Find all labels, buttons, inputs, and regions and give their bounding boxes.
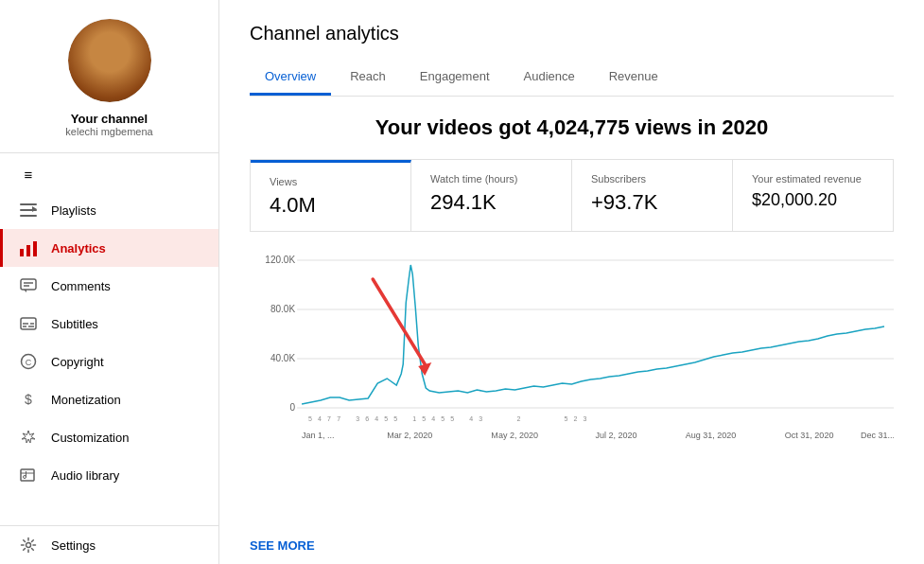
svg-text:Oct 31, 2020: Oct 31, 2020 [785,431,834,440]
svg-text:2: 2 [574,415,578,422]
svg-text:4: 4 [469,415,473,422]
svg-text:Aug 31, 2020: Aug 31, 2020 [686,431,737,440]
sidebar-item-analytics[interactable]: Analytics [0,229,218,267]
svg-text:Mar 2, 2020: Mar 2, 2020 [387,431,432,440]
svg-text:0: 0 [290,402,296,413]
svg-text:5: 5 [384,415,388,422]
sidebar-bottom: Settings [0,525,218,564]
svg-text:5: 5 [393,415,397,422]
copyright-icon: C [19,352,38,371]
sidebar-item-subtitles[interactable]: Subtitles [0,305,218,343]
svg-text:3: 3 [584,415,587,422]
svg-rect-6 [33,241,37,256]
metric-views[interactable]: Views 4.0M [251,160,411,231]
svg-text:40.0K: 40.0K [270,353,295,363]
svg-text:Jan 1, ...: Jan 1, ... [302,431,335,440]
settings-label: Settings [51,538,96,553]
tab-overview[interactable]: Overview [250,60,331,96]
tabs-bar: Overview Reach Engagement Audience Reven… [250,60,894,97]
customization-label: Customization [51,431,129,445]
svg-text:4: 4 [318,415,322,422]
metric-watch-time[interactable]: Watch time (hours) 294.1K [411,160,572,231]
sidebar-item-playlists[interactable]: Playlists [0,191,218,229]
sidebar: Your channel kelechi mgbemena ≡ Playlist… [0,0,219,564]
channel-name: Your channel [71,112,148,126]
svg-marker-3 [32,206,37,212]
metric-watch-time-label: Watch time (hours) [430,173,552,185]
filter-icon: ≡ [19,165,38,184]
monetization-icon: $ [19,390,38,409]
subtitles-icon [19,314,38,333]
chart-svg: 120.0K 80.0K 40.0K 0 5477 36455 15455 43… [250,251,894,459]
sidebar-item-filter[interactable]: ≡ [0,157,218,191]
chart-area: 120.0K 80.0K 40.0K 0 5477 36455 15455 43… [250,251,894,535]
sidebar-item-settings[interactable]: Settings [0,526,218,564]
svg-text:5: 5 [450,415,454,422]
analytics-label: Analytics [51,241,106,256]
tab-reach[interactable]: Reach [335,60,401,96]
channel-handle: kelechi mgbemena [65,126,152,137]
metric-subscribers-label: Subscribers [591,173,713,185]
main-content: Channel analytics Overview Reach Engagem… [219,0,924,564]
copyright-label: Copyright [51,355,104,369]
sidebar-item-audio-library[interactable]: Audio library [0,456,218,494]
audio-library-label: Audio library [51,468,119,483]
sidebar-divider-top [0,152,218,153]
svg-text:1: 1 [412,415,416,422]
metrics-row: Views 4.0M Watch time (hours) 294.1K Sub… [250,159,894,232]
svg-text:120.0K: 120.0K [265,255,295,265]
svg-text:3: 3 [479,415,482,422]
sidebar-item-customization[interactable]: Customization [0,418,218,456]
metric-subscribers-value: +93.7K [591,190,713,215]
svg-text:6: 6 [365,415,369,422]
svg-text:4: 4 [431,415,435,422]
svg-text:C: C [26,358,32,367]
svg-point-22 [26,543,31,548]
tab-engagement[interactable]: Engagement [405,60,505,96]
metric-revenue[interactable]: Your estimated revenue $20,000.20 [733,160,893,231]
metric-views-value: 4.0M [270,193,392,218]
playlists-label: Playlists [51,203,96,218]
svg-text:5: 5 [564,415,567,422]
metric-watch-time-value: 294.1K [430,190,552,215]
svg-text:5: 5 [308,415,312,422]
svg-text:3: 3 [356,415,359,422]
svg-text:5: 5 [441,415,445,422]
svg-text:4: 4 [375,415,378,422]
sidebar-item-monetization[interactable]: $ Monetization [0,380,218,418]
svg-text:Dec 31...: Dec 31... [861,431,894,440]
playlists-icon [19,201,38,220]
see-more-button[interactable]: SEE MORE [250,538,894,553]
subtitles-label: Subtitles [51,317,98,331]
svg-text:$: $ [25,392,32,407]
svg-text:Jul 2, 2020: Jul 2, 2020 [596,431,637,440]
svg-text:5: 5 [422,415,426,422]
svg-rect-4 [20,249,24,256]
avatar [68,19,151,102]
analytics-icon [19,238,38,257]
monetization-label: Monetization [51,393,121,407]
comments-icon [19,276,38,295]
metric-revenue-label: Your estimated revenue [752,173,874,185]
sidebar-item-comments[interactable]: Comments [0,267,218,305]
audio-library-icon [19,466,38,485]
settings-icon [19,536,38,555]
svg-rect-0 [20,203,37,205]
customization-icon [19,428,38,447]
tab-revenue[interactable]: Revenue [594,60,673,96]
metric-views-label: Views [270,176,392,187]
metric-subscribers[interactable]: Subscribers +93.7K [572,160,733,231]
svg-text:7: 7 [327,415,331,422]
svg-text:2: 2 [516,415,520,422]
svg-rect-19 [21,469,34,481]
metric-revenue-value: $20,000.20 [752,190,874,210]
tab-audience[interactable]: Audience [509,60,590,96]
views-headline: Your videos got 4,024,775 views in 2020 [250,115,894,140]
svg-rect-5 [26,245,30,256]
svg-text:May 2, 2020: May 2, 2020 [491,431,538,440]
svg-rect-7 [21,279,36,290]
sidebar-item-copyright[interactable]: C Copyright [0,343,218,380]
svg-text:7: 7 [337,415,340,422]
page-title: Channel analytics [250,23,894,44]
svg-rect-2 [20,215,37,217]
